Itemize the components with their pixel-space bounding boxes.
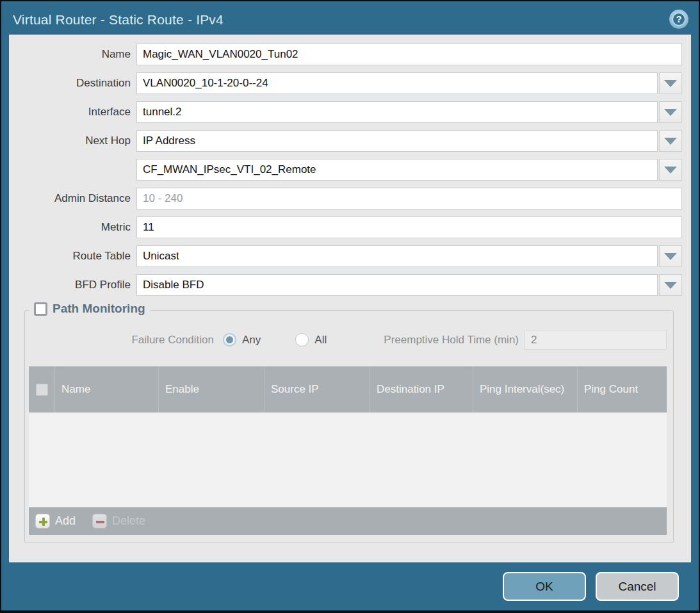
- add-button-label: Add: [55, 514, 76, 528]
- chevron-down-icon: [664, 138, 677, 145]
- failure-condition-all-radio[interactable]: [295, 333, 309, 347]
- admin-distance-input[interactable]: [136, 188, 682, 209]
- interface-input[interactable]: [136, 101, 658, 123]
- table-header-source-ip[interactable]: Source IP: [264, 366, 370, 413]
- path-monitoring-legend: Path Monitoring: [29, 302, 151, 316]
- table-header-select-all[interactable]: [29, 366, 54, 413]
- dialog-title: Virtual Router - Static Route - IPv4: [13, 8, 224, 28]
- admin-distance-label: Admin Distance: [9, 192, 136, 205]
- failure-condition-label: Failure Condition: [25, 334, 214, 347]
- failure-condition-all-label: All: [314, 334, 327, 347]
- metric-row: Metric: [9, 217, 682, 238]
- dialog-titlebar: Virtual Router - Static Route - IPv4 ?: [1, 1, 699, 35]
- path-monitoring-checkbox[interactable]: [34, 302, 47, 316]
- table-header-ping-count[interactable]: Ping Count: [577, 366, 667, 413]
- chevron-down-icon: [664, 282, 677, 289]
- route-table-label: Route Table: [9, 250, 136, 263]
- dialog-content: Name Destination Interface Next Hop: [9, 35, 691, 562]
- next-hop-type-row: Next Hop: [9, 130, 682, 152]
- name-label: Name: [9, 48, 136, 61]
- cancel-button[interactable]: Cancel: [596, 572, 679, 601]
- dialog-window: Virtual Router - Static Route - IPv4 ? N…: [0, 0, 700, 613]
- preemptive-hold-time-label: Preemptive Hold Time (min): [327, 334, 525, 347]
- destination-dropdown-button[interactable]: [659, 72, 682, 94]
- name-input[interactable]: [136, 44, 682, 65]
- select-all-checkbox[interactable]: [36, 384, 48, 396]
- destination-row: Destination: [9, 72, 682, 94]
- next-hop-address-row: [9, 159, 682, 181]
- path-monitoring-section: Path Monitoring Failure Condition Any Al…: [24, 310, 674, 543]
- metric-label: Metric: [9, 221, 136, 234]
- table-header-destination-ip[interactable]: Destination IP: [370, 366, 473, 413]
- chevron-down-icon: [664, 109, 677, 116]
- interface-row: Interface: [9, 101, 682, 123]
- help-button[interactable]: ?: [669, 10, 688, 29]
- table-header-name[interactable]: Name: [54, 366, 158, 413]
- next-hop-type-input[interactable]: [136, 130, 658, 152]
- route-table-row: Route Table: [9, 245, 682, 267]
- question-mark-icon: ?: [672, 13, 685, 26]
- admin-distance-row: Admin Distance: [9, 188, 682, 209]
- dialog-footer: OK Cancel: [1, 562, 699, 610]
- next-hop-address-dropdown-button[interactable]: [659, 159, 682, 181]
- radio-dot-icon: [226, 336, 233, 343]
- table-header-row: Name Enable Source IP Destination IP Pin: [29, 366, 667, 413]
- next-hop-type-dropdown-button[interactable]: [659, 130, 682, 152]
- bfd-profile-input[interactable]: [136, 274, 658, 296]
- metric-input[interactable]: [136, 217, 682, 238]
- chevron-down-icon: [664, 80, 677, 87]
- destination-label: Destination: [9, 77, 136, 90]
- table-toolbar: Add Delete: [29, 507, 667, 535]
- table-header-ping-interval[interactable]: Ping Interval(sec): [473, 366, 577, 413]
- failure-condition-any-radio[interactable]: [223, 333, 236, 347]
- interface-dropdown-button[interactable]: [659, 101, 682, 123]
- chevron-down-icon: [664, 167, 677, 174]
- table-body-empty: [29, 413, 667, 507]
- route-table-dropdown-button[interactable]: [659, 245, 682, 267]
- path-monitoring-options-row: Failure Condition Any All Preemptive Hol…: [25, 330, 667, 350]
- ok-button[interactable]: OK: [503, 572, 586, 601]
- failure-condition-any-label: Any: [242, 334, 261, 347]
- delete-button-label: Delete: [112, 514, 145, 528]
- add-button[interactable]: Add: [35, 514, 76, 528]
- destination-input[interactable]: [136, 72, 658, 94]
- next-hop-label: Next Hop: [9, 135, 136, 147]
- bfd-profile-label: BFD Profile: [9, 279, 136, 291]
- minus-icon: [92, 514, 107, 528]
- delete-button[interactable]: Delete: [92, 514, 145, 528]
- interface-label: Interface: [9, 106, 136, 119]
- name-row: Name: [9, 44, 682, 65]
- next-hop-address-input[interactable]: [136, 159, 658, 181]
- bfd-profile-dropdown-button[interactable]: [659, 274, 682, 296]
- route-table-input[interactable]: [136, 245, 658, 267]
- chevron-down-icon: [664, 253, 677, 260]
- preemptive-hold-time-input[interactable]: [525, 330, 667, 350]
- dialog-frame: Name Destination Interface Next Hop: [1, 35, 699, 562]
- plus-icon: [35, 514, 50, 528]
- table-header-enable[interactable]: Enable: [158, 366, 264, 413]
- bfd-profile-row: BFD Profile: [9, 274, 682, 296]
- path-monitoring-title: Path Monitoring: [53, 302, 145, 316]
- path-monitoring-table: Name Enable Source IP Destination IP Pin: [29, 366, 667, 535]
